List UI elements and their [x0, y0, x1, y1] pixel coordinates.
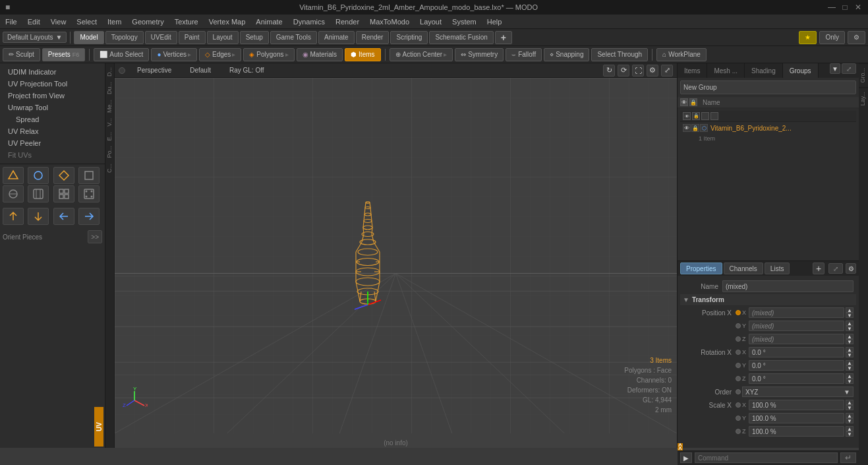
edges-btn[interactable]: ◇ Edges ▸ [199, 48, 241, 61]
tab-schematic[interactable]: Schematic Fusion [429, 31, 493, 44]
command-input[interactable] [695, 452, 838, 463]
vstrip-tab-v[interactable]: V... [105, 115, 114, 129]
props-expand-btn[interactable]: ⤢ [828, 263, 843, 274]
vp-tab-perspective[interactable]: Perspective [130, 65, 178, 75]
tab-scripting[interactable]: Scripting [390, 31, 428, 44]
left-item-unwrap[interactable]: Unwrap Tool [3, 102, 102, 113]
tab-paint[interactable]: Paint [179, 31, 206, 44]
vp-tab-default[interactable]: Default [183, 65, 217, 75]
scale-x-input[interactable] [749, 400, 844, 410]
tool-icon-7[interactable] [53, 185, 74, 202]
left-item-uvpeeler[interactable]: UV Peeler [3, 137, 102, 149]
vp-settings-icon[interactable]: ⚙ [647, 65, 658, 77]
props-tab-properties[interactable]: Properties [680, 263, 722, 274]
close-button[interactable]: ✕ [854, 3, 863, 12]
scale-z-input[interactable] [749, 426, 844, 437]
rot-z-down[interactable]: ▼ [846, 379, 854, 384]
tab-topology[interactable]: Topology [105, 31, 144, 44]
tool-icon-1[interactable] [3, 167, 24, 184]
tab-layout[interactable]: Layout [207, 31, 239, 44]
symmetry-btn[interactable]: ⇔ Symmetry [455, 48, 504, 61]
item-row-vitamin[interactable]: 👁 🔒 ⬡ Vitamin_B6_Pyridoxine_2... [680, 122, 856, 134]
name-input[interactable] [722, 280, 854, 292]
left-item-uvrelax[interactable]: UV Relax [3, 125, 102, 137]
tool-icon-6[interactable] [28, 185, 49, 202]
only-btn[interactable]: Only [819, 31, 845, 44]
arrow-up-btn[interactable] [3, 208, 24, 225]
menu-layout[interactable]: Layout [415, 15, 447, 29]
scale-y-down[interactable]: ▼ [846, 418, 854, 423]
pos-x-dot[interactable] [736, 310, 741, 315]
rot-x-down[interactable]: ▼ [846, 352, 854, 357]
orange-handle[interactable]: >> [678, 443, 683, 450]
arrow-left-btn[interactable] [53, 208, 74, 225]
snapping-btn[interactable]: ⋄ Snapping [544, 48, 589, 61]
rot-y-dot[interactable] [736, 363, 741, 368]
menu-help[interactable]: Help [482, 15, 507, 29]
menu-dynamics[interactable]: Dynamics [288, 15, 330, 29]
star-btn[interactable]: ★ [799, 31, 817, 44]
workplane-btn[interactable]: ⌂ WorkPlane [656, 48, 707, 61]
viewport-dot[interactable] [119, 67, 125, 74]
rss-gro-btn[interactable]: Gro... [859, 63, 868, 87]
arrow-right-btn[interactable] [78, 208, 100, 225]
pos-y-dot[interactable] [736, 323, 741, 328]
pos-y-down[interactable]: ▼ [846, 326, 854, 331]
tab-model[interactable]: Model [74, 31, 103, 44]
select-through-btn[interactable]: Select Through [591, 48, 648, 61]
menu-system[interactable]: System [447, 15, 482, 29]
vertices-btn[interactable]: ● Vertices ▸ [151, 48, 197, 61]
left-item-projview[interactable]: Project from View [3, 90, 102, 102]
menu-edit[interactable]: Edit [22, 15, 45, 29]
menu-item[interactable]: Item [102, 15, 127, 29]
pos-x-down[interactable]: ▼ [846, 313, 854, 318]
rot-z-input[interactable] [749, 373, 844, 384]
item-mesh-icon[interactable]: ⬡ [700, 124, 708, 132]
vp-maximize-icon[interactable]: ⛶ [632, 65, 644, 77]
tool-icon-5[interactable] [3, 185, 24, 202]
menu-select[interactable]: Select [71, 15, 102, 29]
icon-lock1[interactable]: 🔒 [692, 112, 700, 120]
scale-x-dot[interactable] [736, 402, 741, 408]
tool-icon-2[interactable] [28, 167, 49, 184]
rss-lay-btn[interactable]: Lay... [859, 87, 868, 109]
tool-icon-8[interactable] [78, 185, 100, 202]
rot-x-input[interactable] [749, 347, 844, 357]
presets-btn[interactable]: Presets F6 [42, 48, 85, 61]
tab-setup[interactable]: Setup [240, 31, 269, 44]
polygons-btn[interactable]: ◈ Polygons ▸ [243, 48, 294, 61]
vstrip-tab-e[interactable]: E... [105, 129, 114, 144]
icon-sq1[interactable] [701, 112, 709, 120]
menu-geometry[interactable]: Geometry [127, 15, 169, 29]
action-center-btn[interactable]: ⊕ Action Center ▸ [390, 48, 453, 61]
menu-texture[interactable]: Texture [169, 15, 204, 29]
vstrip-tab-d[interactable]: D... [105, 65, 114, 79]
settings-btn[interactable]: ⚙ [848, 31, 865, 44]
materials-btn[interactable]: ◉ Materials [297, 48, 343, 61]
vstrip-tab-c[interactable]: C... [105, 161, 114, 175]
rot-y-down[interactable]: ▼ [846, 365, 854, 371]
tool-icon-4[interactable] [78, 167, 100, 184]
menu-animate[interactable]: Animate [250, 15, 287, 29]
rot-x-dot[interactable] [736, 350, 741, 355]
left-item-udim[interactable]: UDIM Indicator [3, 66, 102, 78]
pos-z-down[interactable]: ▼ [846, 339, 854, 344]
menu-vertex-map[interactable]: Vertex Map [204, 15, 251, 29]
tab-items[interactable]: Items [678, 63, 707, 78]
vstrip-tab-du[interactable]: Du... [105, 79, 114, 97]
uv-orange-tab[interactable]: UV [94, 407, 103, 447]
scale-z-dot[interactable] [736, 429, 741, 434]
scale-y-dot[interactable] [736, 416, 741, 421]
tab-shading[interactable]: Shading [745, 63, 783, 78]
pos-z-dot[interactable] [736, 336, 741, 342]
vstrip-tab-po[interactable]: Po... [105, 143, 114, 161]
order-dot[interactable] [736, 389, 741, 394]
vis-eye-icon[interactable]: 👁 [680, 98, 688, 106]
pos-z-input[interactable] [749, 334, 844, 344]
tool-icon-3[interactable] [53, 167, 74, 184]
falloff-btn[interactable]: ⌣ Falloff [506, 48, 542, 61]
tab-chevron[interactable]: ▼ [830, 63, 840, 74]
menu-maxtomodo[interactable]: MaxToModo [364, 15, 415, 29]
items-btn[interactable]: ⬢ Items [345, 48, 380, 61]
scale-y-input[interactable] [749, 413, 844, 423]
